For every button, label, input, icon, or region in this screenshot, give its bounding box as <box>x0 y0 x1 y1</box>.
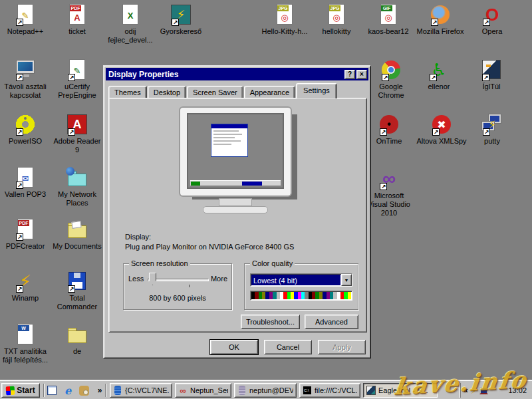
shortcut-arrow-icon: ↗ <box>68 128 75 136</box>
desktop-icon-mozilla-firefox[interactable]: ↗Mozilla Firefox <box>415 3 466 36</box>
desktop-icon-odij-fejlec[interactable]: Xodij fejlec_devel... <box>105 3 156 45</box>
resolution-slider-track[interactable] <box>148 279 209 281</box>
odij-fejlec-icon: X <box>118 3 142 26</box>
opera-icon: O↗ <box>480 3 504 26</box>
poweriso-icon: ↗ <box>13 113 37 136</box>
desktop-icon-putty[interactable]: ⚡↗putty <box>467 113 517 146</box>
shortcut-arrow-icon: ↗ <box>483 19 490 26</box>
quick-launch-overflow-chevron[interactable]: » <box>93 384 106 396</box>
display-tray-icon[interactable] <box>479 387 488 394</box>
task-button-label: EagleTool - S... <box>378 386 428 394</box>
display-adapter-value: Plug and Play Monitor on NVIDIA GeForce … <box>125 243 294 251</box>
desktop-icon-tavoli-asztali[interactable]: ↗Távoli asztali kapcsolat <box>0 59 51 100</box>
desktop-icon-label: Opera <box>467 27 517 36</box>
slider-less-label: Less <box>128 275 144 283</box>
desktop-icon-label: Total Commander <box>52 294 102 311</box>
chevron-down-icon[interactable]: ▼ <box>341 274 352 286</box>
desktop-icon-hellokitty[interactable]: JPG◎hellokitty <box>311 3 362 36</box>
desktop-icon-my-network-places[interactable]: My Network Places <box>52 166 102 207</box>
tab-themes[interactable]: Themes <box>108 86 147 98</box>
desktop-icon-gyorskereso[interactable]: ⚡↗Gyorskereső <box>156 3 206 36</box>
tab-settings[interactable]: Settings <box>296 83 337 98</box>
desktop-icon-kaos-bear12[interactable]: GIF◎kaos-bear12 <box>363 3 414 36</box>
shortcut-arrow-icon: ↗ <box>380 128 387 136</box>
igltul-icon: ↗ <box>479 59 503 81</box>
shortcut-arrow-icon: ↗ <box>16 128 23 136</box>
shortcut-arrow-icon: ↗ <box>68 285 75 293</box>
monitor-neck <box>219 198 252 206</box>
desktop-icon-label: de <box>52 347 102 356</box>
shortcut-arrow-icon: ↗ <box>16 233 23 241</box>
desktop-icon-ellenor[interactable]: ♿↗ellenor <box>414 59 464 91</box>
media-player-icon[interactable] <box>77 384 90 396</box>
desktop-icon-total-commander[interactable]: ↗Total Commander <box>52 270 102 311</box>
google-chrome-icon: ↗ <box>379 59 403 81</box>
desktop-icon-ontime[interactable]: •↗OnTime <box>364 113 414 146</box>
hellokitty-icon: JPG◎ <box>325 3 348 26</box>
desktop-icon-my-documents[interactable]: My Documents <box>52 218 102 251</box>
desktop-icon-label: PowerISO <box>0 137 51 146</box>
mozilla-firefox-icon: ↗ <box>428 3 452 26</box>
task-button-1[interactable]: {C:\VCL7\NE... <box>110 383 172 398</box>
system-tray: « ⚡ 13:02 <box>460 383 531 398</box>
troubleshoot-button[interactable]: Troubleshoot... <box>241 315 300 329</box>
ontime-icon: •↗ <box>377 113 401 136</box>
advanced-button[interactable]: Advanced <box>305 315 358 329</box>
settings-tab-panel: Display: Plug and Play Monitor on NVIDIA… <box>108 98 367 332</box>
file-type-badge: PDF <box>18 220 29 226</box>
desktop-icon-altova-xmlspy[interactable]: ✖↗Altova XMLSpy <box>416 113 467 146</box>
tray-chevron[interactable]: « <box>464 386 468 395</box>
color-quality-dropdown[interactable]: Lowest (4 bit) ▼ <box>250 273 352 287</box>
gyorskereso-icon: ⚡↗ <box>169 3 193 26</box>
tab-screen-saver[interactable]: Screen Saver <box>187 86 243 98</box>
cancel-button[interactable]: Cancel <box>264 340 312 354</box>
resolution-slider-thumb[interactable] <box>149 273 156 285</box>
desktop-icon-txt-analitika[interactable]: WTXT analitika fájl felépítés... <box>0 323 51 364</box>
internet-explorer-icon[interactable]: e <box>61 384 74 396</box>
taskbar-separator <box>43 384 45 397</box>
desktop-icon-label: ÍglTúl <box>466 82 517 91</box>
start-button[interactable]: Start <box>1 383 40 398</box>
tab-desktop[interactable]: Desktop <box>148 86 186 98</box>
txt-analitika-icon: W <box>13 323 37 346</box>
display-label: Display: <box>125 233 151 241</box>
desktop-icon-label: Altova XMLSpy <box>416 137 467 146</box>
close-icon[interactable]: × <box>356 70 367 79</box>
task-button-2[interactable]: ∞Neptun_Serv... <box>175 383 231 398</box>
desktop-icon-label: Gyorskereső <box>156 27 206 36</box>
desktop-icon-label: OnTime <box>364 137 414 146</box>
show-desktop-icon[interactable] <box>45 384 59 396</box>
desktop-icon-hello-kitty-h[interactable]: JPG◎Hello-Kitty-h... <box>259 3 310 36</box>
help-button[interactable]: ? <box>344 70 355 79</box>
desktop-icon-opera[interactable]: O↗Opera <box>467 3 517 36</box>
color-quality-group: Color quality Lowest (4 bit) ▼ <box>244 263 358 310</box>
task-button-3[interactable]: neptun@DEVDB <box>234 383 297 398</box>
resolution-value: 800 by 600 pixels <box>124 294 231 302</box>
dialog-titlebar[interactable]: Display Properties ? × <box>106 68 368 80</box>
vallen-pop3-icon: ✉↗ <box>13 166 37 189</box>
desktop-icon-label: TXT analitika fájl felépítés... <box>0 347 51 364</box>
desktop-icon-de[interactable]: de <box>52 323 102 356</box>
lightning-tray-icon[interactable]: ⚡ <box>471 386 477 396</box>
desktop-icon-label: Microsoft Visual Studio 2010 <box>364 192 414 217</box>
desktop-icon-label: Google Chrome <box>366 82 416 100</box>
desktop-icon-google-chrome[interactable]: ↗Google Chrome <box>366 59 416 100</box>
desktop-icon-adobe-reader-9[interactable]: A↗Adobe Reader 9 <box>52 113 102 154</box>
desktop-icon-ticket[interactable]: PDFAticket <box>52 3 102 36</box>
tab-appearance[interactable]: Appearance <box>244 86 295 98</box>
ok-button[interactable]: OK <box>210 340 258 354</box>
desktop-icon-label: My Network Places <box>52 190 102 207</box>
desktop-icon-label: Adobe Reader 9 <box>52 137 102 154</box>
shortcut-arrow-icon: ↗ <box>16 19 23 26</box>
desktop-icon-igltul[interactable]: ↗ÍglTúl <box>466 59 517 91</box>
putty-icon: ⚡↗ <box>480 113 504 136</box>
task-button-5[interactable]: EagleTool - S... <box>363 383 438 398</box>
desktop-icon-ms-visual-studio-2010[interactable]: ∞↗Microsoft Visual Studio 2010 <box>364 168 414 217</box>
desktop-icon-winamp[interactable]: ⚡↗Winamp <box>0 270 51 303</box>
desktop-icon-vallen-pop3[interactable]: ✉↗Vallen POP3 <box>0 166 51 199</box>
desktop-icon-notepadpp[interactable]: ✎↗Notepad++ <box>0 3 51 36</box>
task-button-4[interactable]: C:\file:///C:/VCL... <box>299 383 360 398</box>
desktop-icon-poweriso[interactable]: ↗PowerISO <box>0 113 51 146</box>
desktop-icon-pdfcreator[interactable]: PDF↗PDFCreator <box>0 218 51 251</box>
desktop-icon-ucertify[interactable]: ✎↗uCertify PrepEngine <box>52 59 102 100</box>
